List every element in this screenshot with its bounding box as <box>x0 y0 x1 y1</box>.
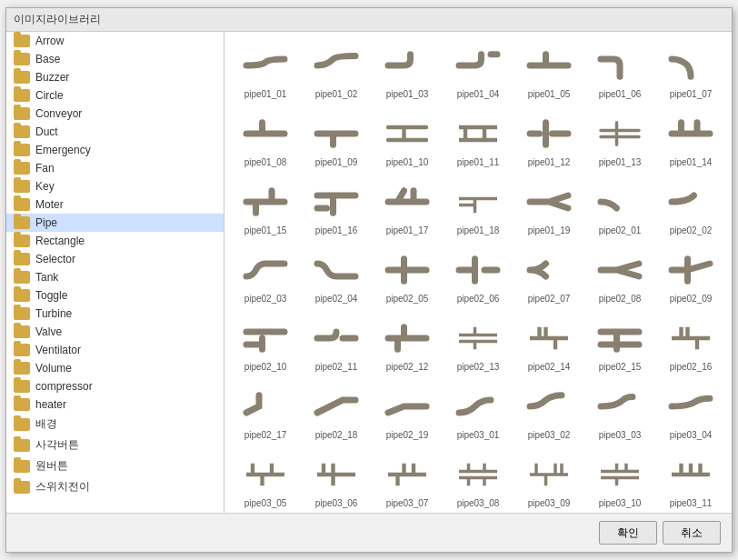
image-cell-pipe01_02[interactable]: pipe01_02 <box>303 39 370 104</box>
image-cell-pipe01_12[interactable]: pipe01_12 <box>515 107 583 172</box>
pipe-icon <box>662 316 720 360</box>
image-cell-pipe02_16[interactable]: pipe02_16 <box>657 312 724 376</box>
sidebar-item-rectangle[interactable]: Rectangle <box>6 232 224 250</box>
pipe-icon <box>307 248 365 292</box>
pipe-icon <box>662 385 720 428</box>
image-cell-pipe02_18[interactable]: pipe02_18 <box>303 380 370 445</box>
sidebar-item-fan[interactable]: Fan <box>6 159 224 177</box>
sidebar-item-conveyor[interactable]: Conveyor <box>6 105 224 123</box>
image-cell-pipe02_12[interactable]: pipe02_12 <box>374 312 441 376</box>
pipe-icon <box>378 453 436 496</box>
cancel-button[interactable]: 취소 <box>663 521 721 545</box>
sidebar-item-label: Base <box>35 53 60 65</box>
image-cell-pipe03_06[interactable]: pipe03_06 <box>303 448 370 513</box>
folder-icon <box>14 418 30 431</box>
image-label: pipe02_07 <box>528 294 571 304</box>
image-cell-pipe03_04[interactable]: pipe03_04 <box>657 380 724 445</box>
sidebar-item-ventilator[interactable]: Ventilator <box>6 341 224 359</box>
image-cell-pipe02_07[interactable]: pipe02_07 <box>515 244 583 308</box>
image-cell-pipe02_01[interactable]: pipe02_01 <box>586 175 653 240</box>
sidebar-item-buzzer[interactable]: Buzzer <box>6 68 224 86</box>
image-cell-pipe01_05[interactable]: pipe01_05 <box>515 39 583 104</box>
pipe-icon <box>591 112 649 155</box>
image-cell-pipe01_04[interactable]: pipe01_04 <box>444 39 512 104</box>
pipe-icon <box>236 180 294 224</box>
sidebar-item-pipe[interactable]: Pipe <box>6 214 224 232</box>
image-cell-pipe02_05[interactable]: pipe02_05 <box>374 244 441 308</box>
image-cell-pipe03_02[interactable]: pipe03_02 <box>515 380 583 445</box>
image-cell-pipe01_09[interactable]: pipe01_09 <box>303 107 370 172</box>
image-label: pipe01_15 <box>244 225 287 235</box>
sidebar-item-스위치전이[interactable]: 스위치전이 <box>6 476 224 497</box>
image-label: pipe03_10 <box>599 498 642 508</box>
image-cell-pipe01_14[interactable]: pipe01_14 <box>657 107 724 172</box>
pipe-icon <box>378 180 436 224</box>
sidebar-item-emergency[interactable]: Emergency <box>6 141 224 159</box>
sidebar-item-circle[interactable]: Circle <box>6 86 224 105</box>
image-cell-pipe02_11[interactable]: pipe02_11 <box>303 312 370 376</box>
image-cell-pipe01_10[interactable]: pipe01_10 <box>374 107 441 172</box>
image-cell-pipe01_15[interactable]: pipe01_15 <box>232 175 299 240</box>
image-cell-pipe02_14[interactable]: pipe02_14 <box>515 312 583 376</box>
sidebar-item-duct[interactable]: Duct <box>6 123 224 141</box>
image-cell-pipe02_15[interactable]: pipe02_15 <box>586 312 653 376</box>
image-cell-pipe01_16[interactable]: pipe01_16 <box>303 175 370 240</box>
image-cell-pipe03_09[interactable]: pipe03_09 <box>515 448 583 513</box>
image-cell-pipe01_18[interactable]: pipe01_18 <box>444 175 512 240</box>
sidebar-item-compressor[interactable]: compressor <box>6 377 224 395</box>
pipe-icon <box>449 248 507 292</box>
sidebar-item-tank[interactable]: Tank <box>6 268 224 286</box>
image-label: pipe02_01 <box>599 225 642 235</box>
image-cell-pipe01_01[interactable]: pipe01_01 <box>232 39 299 104</box>
sidebar-item-key[interactable]: Key <box>6 177 224 195</box>
image-label: pipe01_18 <box>457 225 500 235</box>
image-cell-pipe01_19[interactable]: pipe01_19 <box>515 175 583 240</box>
image-cell-pipe03_03[interactable]: pipe03_03 <box>586 380 653 445</box>
image-cell-pipe02_03[interactable]: pipe02_03 <box>232 244 299 308</box>
sidebar-item-valve[interactable]: Valve <box>6 323 224 341</box>
sidebar-item-원버튼[interactable]: 원버튼 <box>6 455 224 476</box>
sidebar-item-배경[interactable]: 배경 <box>6 414 224 435</box>
image-cell-pipe02_06[interactable]: pipe02_06 <box>444 244 512 308</box>
image-cell-pipe03_10[interactable]: pipe03_10 <box>586 448 653 513</box>
image-cell-pipe01_06[interactable]: pipe01_06 <box>586 39 653 104</box>
image-cell-pipe02_09[interactable]: pipe02_09 <box>657 244 724 308</box>
pipe-icon <box>591 453 649 496</box>
sidebar-item-base[interactable]: Base <box>6 50 224 68</box>
folder-icon <box>14 481 30 494</box>
image-cell-pipe03_07[interactable]: pipe03_07 <box>374 448 441 513</box>
image-cell-pipe01_17[interactable]: pipe01_17 <box>374 175 441 240</box>
image-cell-pipe02_17[interactable]: pipe02_17 <box>232 380 299 445</box>
image-cell-pipe02_08[interactable]: pipe02_08 <box>586 244 653 308</box>
footer: 확인 취소 <box>6 513 732 552</box>
image-cell-pipe02_04[interactable]: pipe02_04 <box>303 244 370 308</box>
pipe-icon <box>378 112 436 155</box>
image-cell-pipe02_13[interactable]: pipe02_13 <box>444 312 512 376</box>
sidebar-item-label: Volume <box>35 362 72 375</box>
image-label: pipe03_05 <box>244 498 287 508</box>
sidebar-item-volume[interactable]: Volume <box>6 359 224 377</box>
folder-icon <box>14 380 30 393</box>
image-cell-pipe02_02[interactable]: pipe02_02 <box>657 175 724 240</box>
sidebar-item-turbine[interactable]: Turbine <box>6 305 224 323</box>
sidebar-item-selector[interactable]: Selector <box>6 250 224 268</box>
image-cell-pipe01_07[interactable]: pipe01_07 <box>657 39 724 104</box>
sidebar-item-toggle[interactable]: Toggle <box>6 286 224 305</box>
image-cell-pipe03_05[interactable]: pipe03_05 <box>232 448 299 513</box>
image-cell-pipe01_08[interactable]: pipe01_08 <box>232 107 299 172</box>
sidebar-item-사각버튼[interactable]: 사각버튼 <box>6 435 224 455</box>
sidebar-item-arrow[interactable]: Arrow <box>6 32 224 50</box>
pipe-icon <box>449 316 507 360</box>
confirm-button[interactable]: 확인 <box>599 521 657 545</box>
image-cell-pipe03_01[interactable]: pipe03_01 <box>444 380 512 445</box>
image-cell-pipe03_11[interactable]: pipe03_11 <box>657 448 724 513</box>
sidebar-item-heater[interactable]: heater <box>6 395 224 414</box>
image-cell-pipe01_03[interactable]: pipe01_03 <box>374 39 441 104</box>
image-cell-pipe01_13[interactable]: pipe01_13 <box>586 107 653 172</box>
image-cell-pipe02_10[interactable]: pipe02_10 <box>232 312 299 376</box>
image-cell-pipe03_08[interactable]: pipe03_08 <box>444 448 512 513</box>
sidebar-item-moter[interactable]: Moter <box>6 195 224 214</box>
sidebar-item-label: Duct <box>35 125 58 138</box>
image-cell-pipe01_11[interactable]: pipe01_11 <box>444 107 512 172</box>
image-cell-pipe02_19[interactable]: pipe02_19 <box>374 380 441 445</box>
